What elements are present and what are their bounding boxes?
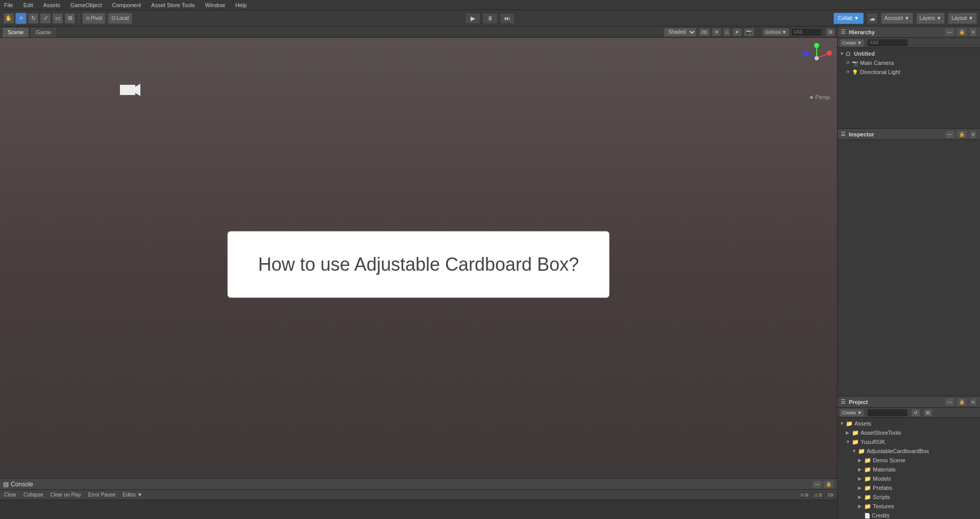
- hierarchy-search[interactable]: [867, 39, 908, 47]
- account-button[interactable]: Account ▼: [881, 13, 913, 24]
- project-tree-item[interactable]: ▶📁Demo Scene: [838, 456, 980, 465]
- hierarchy-menu[interactable]: ≡: [969, 28, 977, 36]
- error-icon: ⊗: [800, 492, 804, 498]
- tree-item-label: Credits: [872, 512, 890, 518]
- menu-window[interactable]: Window: [203, 2, 227, 8]
- project-content: ▼📁Assets▶📁AssetStoreTools▼📁YusufISIK▼📁Ad…: [838, 418, 980, 519]
- project-minimize[interactable]: —: [945, 398, 954, 406]
- project-refresh-btn[interactable]: ↺: [911, 409, 920, 417]
- rotate-tool-btn[interactable]: ↻: [28, 13, 39, 24]
- scene-viewport[interactable]: X Y Z ◄ Persp: [0, 38, 837, 478]
- console-toolbar: Clear Collapse Clear on Play Error Pause…: [0, 490, 837, 500]
- project-tree-item[interactable]: ▼📁YusufISIK: [838, 437, 980, 446]
- move-tool-btn[interactable]: ✛: [15, 13, 27, 24]
- collab-button[interactable]: Collab ▼: [834, 13, 864, 24]
- folder-arrow: ▶: [858, 467, 864, 472]
- console-warning-count: ⚠ 0: [812, 492, 824, 498]
- inspector-title: Inspector: [849, 131, 874, 137]
- hierarchy-create-btn[interactable]: Create ▼: [840, 39, 864, 47]
- scene-gizmo[interactable]: X Y Z: [801, 43, 832, 74]
- project-search[interactable]: [867, 409, 908, 417]
- project-tree-item[interactable]: ▶📁Materials: [838, 465, 980, 474]
- warning-icon: ⚠: [814, 492, 818, 498]
- 2d-toggle[interactable]: 2D: [699, 28, 710, 36]
- menu-gameobject[interactable]: GameObject: [68, 2, 104, 8]
- hierarchy-scene-root[interactable]: ▼ ⬡ Untitled: [838, 49, 980, 58]
- console-lock[interactable]: 🔒: [823, 480, 834, 488]
- console-clearonplay-btn[interactable]: Clear on Play: [48, 491, 83, 498]
- project-tree-item[interactable]: 📄Credits: [838, 511, 980, 519]
- project-tree-item[interactable]: ▶📁Scripts: [838, 492, 980, 502]
- menu-edit[interactable]: Edit: [21, 2, 35, 8]
- multi-tool-btn[interactable]: ⊞: [64, 13, 76, 24]
- hierarchy-lock[interactable]: 🔒: [957, 28, 967, 36]
- cloud-button[interactable]: ☁: [867, 13, 878, 24]
- project-tree-item[interactable]: ▼📁AdjustableCardboardBox: [838, 446, 980, 456]
- pivot-icon: ⊙: [86, 15, 90, 21]
- menu-help[interactable]: Help: [233, 2, 249, 8]
- project-tree-item[interactable]: ▶📁Textures: [838, 502, 980, 511]
- folder-arrow: ▶: [846, 430, 852, 435]
- console-errorpause-btn[interactable]: Error Pause: [86, 491, 117, 498]
- right-panel: ☰ Hierarchy — 🔒 ≡ Create ▼ ▼ ⬡ Untitled: [837, 27, 980, 519]
- console-minimize[interactable]: —: [812, 480, 822, 488]
- tab-scene[interactable]: Scene: [2, 27, 29, 37]
- tree-item-label: AdjustableCardboardBox: [867, 448, 929, 454]
- project-tree-item[interactable]: ▶📁Models: [838, 474, 980, 483]
- tree-item-label: YusufISIK: [861, 439, 885, 445]
- menu-assetstoretools[interactable]: Asset Store Tools: [149, 2, 197, 8]
- console-error-count: ⊗ 0: [798, 492, 810, 498]
- tab-game[interactable]: Game: [30, 27, 57, 37]
- fx-toggle[interactable]: ✦: [732, 28, 742, 36]
- scale-tool-btn[interactable]: ⤢: [40, 13, 51, 24]
- hierarchy-directional-light[interactable]: 👁 💡 Directional Light: [838, 67, 980, 77]
- persp-label: ◄ Persp: [808, 94, 830, 100]
- folder-icon: 📁: [858, 448, 865, 455]
- hierarchy-title: Hierarchy: [849, 29, 875, 35]
- step-button[interactable]: ⏭: [500, 13, 515, 24]
- menu-component[interactable]: Component: [110, 2, 143, 8]
- camera-toggle[interactable]: 📷: [744, 28, 754, 36]
- light-toggle[interactable]: ☀: [712, 28, 721, 36]
- folder-arrow: ▶: [858, 494, 864, 500]
- local-icon: ⊡: [111, 15, 115, 21]
- menu-assets[interactable]: Assets: [41, 2, 62, 8]
- console-collapse-btn[interactable]: Collapse: [21, 491, 45, 498]
- project-create-btn[interactable]: Create ▼: [840, 409, 864, 417]
- play-button[interactable]: ▶: [465, 13, 480, 24]
- menu-file[interactable]: File: [2, 2, 15, 8]
- hand-tool-btn[interactable]: ✋: [3, 13, 14, 24]
- toolbar-divider-1: [79, 13, 79, 23]
- pivot-btn[interactable]: ⊙ Pivot: [82, 13, 106, 24]
- inspector-menu[interactable]: ≡: [969, 130, 977, 138]
- project-tree-item[interactable]: ▶📁AssetStoreTools: [838, 428, 980, 437]
- message-icon: ℹ: [828, 492, 829, 498]
- directional-light-label: Directional Light: [860, 69, 900, 75]
- rect-tool-btn[interactable]: ▭: [52, 13, 63, 24]
- hierarchy-minimize[interactable]: —: [945, 28, 954, 36]
- inspector-lock[interactable]: 🔒: [957, 130, 967, 138]
- scene-settings-btn[interactable]: ⚙: [826, 28, 835, 36]
- local-btn[interactable]: ⊡ Local: [108, 13, 132, 24]
- console-counts: ⊗ 0 ⚠ 0 ℹ 0: [798, 492, 835, 498]
- project-filter-btn[interactable]: ⊞: [923, 409, 933, 417]
- project-tree-item[interactable]: ▶📁Prefabs: [838, 483, 980, 492]
- project-menu[interactable]: ≡: [969, 398, 977, 406]
- shading-dropdown[interactable]: Shaded: [664, 28, 697, 37]
- inspector-minimize[interactable]: —: [945, 130, 954, 138]
- hierarchy-main-camera[interactable]: 👁 📷 Main Camera: [838, 58, 980, 67]
- layers-button[interactable]: Layers ▼: [916, 13, 945, 24]
- console-clear-btn[interactable]: Clear: [2, 491, 18, 498]
- console-editor-btn[interactable]: Editor ▼: [120, 491, 144, 498]
- main-camera-label: Main Camera: [860, 60, 894, 66]
- audio-toggle[interactable]: ♪: [723, 28, 731, 36]
- light-node-icon: 💡: [852, 69, 859, 75]
- scene-search[interactable]: [791, 28, 822, 36]
- project-tree-item[interactable]: ▼📁Assets: [838, 419, 980, 428]
- folder-icon: 📁: [864, 476, 871, 482]
- playback-controls: ▶ ⏸ ⏭: [465, 13, 515, 24]
- gizmos-btn[interactable]: Gizmos ▼: [763, 28, 789, 36]
- layout-button[interactable]: Layout ▼: [948, 13, 977, 24]
- pause-button[interactable]: ⏸: [482, 13, 498, 24]
- project-lock[interactable]: 🔒: [957, 398, 967, 406]
